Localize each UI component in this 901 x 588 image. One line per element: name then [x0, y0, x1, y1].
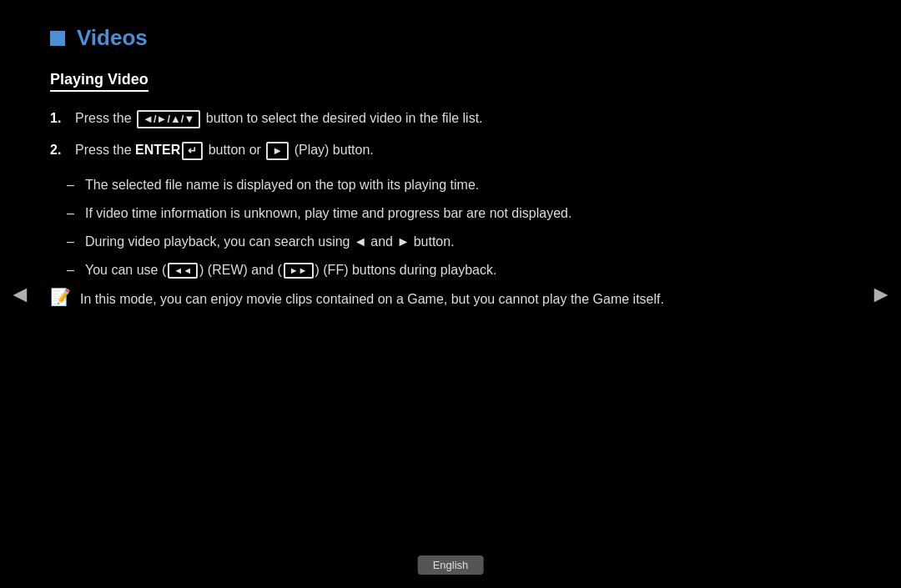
bullet-2-text: If video time information is unknown, pl… [85, 204, 571, 224]
note-icon: 📝 [50, 287, 80, 307]
play-icon: ► [266, 142, 289, 160]
bullet-1-text: The selected file name is displayed on t… [85, 175, 479, 195]
enter-icon: ↵ [182, 142, 203, 160]
bullet-3: – During video playback, you can search … [67, 232, 834, 252]
section-heading: Playing Video [50, 71, 148, 92]
note-text: In this mode, you can enjoy movie clips … [80, 289, 664, 310]
bullet-list: – The selected file name is displayed on… [67, 175, 834, 280]
direction-buttons-icon: ◄/►/▲/▼ [137, 110, 200, 128]
dash-icon-4: – [67, 260, 85, 280]
bullet-4-text: You can use (◄◄) (REW) and (►►) (FF) but… [85, 260, 496, 280]
bullet-1: – The selected file name is displayed on… [67, 175, 834, 195]
bullet-4: – You can use (◄◄) (REW) and (►►) (FF) b… [67, 260, 834, 280]
page-title: Videos [77, 25, 148, 51]
rew-icon: ◄◄ [168, 263, 198, 279]
note-block: 📝 In this mode, you can enjoy movie clip… [50, 289, 834, 310]
step-2-number: 2. [50, 140, 75, 160]
title-row: Videos [50, 25, 834, 51]
step-2-content: Press the ENTER↵ button or ► (Play) butt… [75, 140, 834, 160]
language-badge: English [418, 555, 484, 575]
dash-icon-1: – [67, 175, 85, 195]
step-1-number: 1. [50, 108, 75, 128]
step-1: 1. Press the ◄/►/▲/▼ button to select th… [50, 108, 834, 128]
nav-arrow-left[interactable]: ◄ [8, 281, 32, 308]
bullet-3-text: During video playback, you can search us… [85, 232, 455, 252]
enter-label: ENTER [135, 143, 180, 157]
step-2: 2. Press the ENTER↵ button or ► (Play) b… [50, 140, 834, 160]
dash-icon-3: – [67, 232, 85, 252]
bullet-2: – If video time information is unknown, … [67, 204, 834, 224]
ff-icon: ►► [284, 263, 314, 279]
title-square-icon [50, 31, 65, 46]
dash-icon-2: – [67, 204, 85, 224]
page-container: Videos Playing Video 1. Press the ◄/►/▲/… [0, 0, 901, 588]
step-1-content: Press the ◄/►/▲/▼ button to select the d… [75, 108, 834, 128]
steps-list: 1. Press the ◄/►/▲/▼ button to select th… [50, 108, 834, 160]
nav-arrow-right[interactable]: ► [869, 281, 893, 308]
